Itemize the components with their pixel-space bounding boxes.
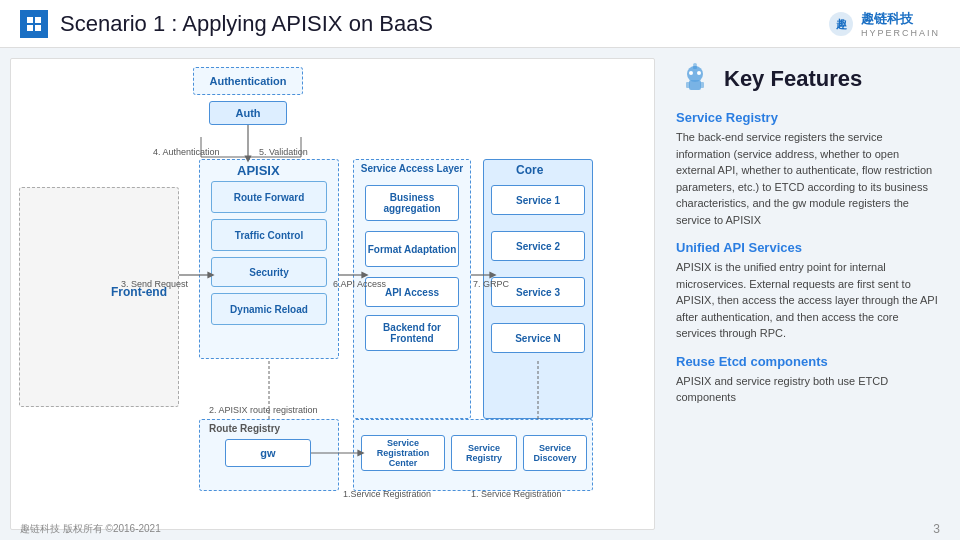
- business-aggregation-box: Business aggregation: [365, 185, 459, 221]
- sal-label: Service Access Layer: [359, 163, 465, 174]
- footer: 趣链科技 版权所有 ©2016-2021 3: [0, 522, 960, 536]
- serviceN-box: Service N: [491, 323, 585, 353]
- svg-rect-27: [686, 82, 690, 88]
- key-features-title: Key Features: [724, 66, 862, 92]
- footer-copyright: 趣链科技 版权所有 ©2016-2021: [20, 522, 161, 536]
- diagram-area: Authentication Auth 4. Authentication 5.…: [10, 58, 655, 530]
- page-title: Scenario 1 : Applying APISIX on BaaS: [60, 11, 433, 37]
- service-registry-title: Service Registry: [676, 110, 939, 125]
- service-reg-center-box: Service Registration Center: [361, 435, 445, 471]
- apisix-label: APISIX: [237, 163, 280, 178]
- authentication-box: Authentication: [193, 67, 303, 95]
- auth-box: Auth: [209, 101, 287, 125]
- unified-api-title: Unified API Services: [676, 240, 939, 255]
- arrow1-label: 1.Service Registration: [343, 489, 431, 499]
- service-registry-text: The back-end service registers the servi…: [676, 129, 939, 228]
- core-label: Core: [516, 163, 543, 177]
- arrow6-label: 6.API Access: [333, 279, 386, 289]
- right-panel: Key Features Service Registry The back-e…: [660, 48, 955, 540]
- backend-frontend-box: Backend for Frontend: [365, 315, 459, 351]
- logo-text: 趣链科技: [861, 11, 913, 26]
- arrow4-label: 4. Authentication: [153, 147, 220, 157]
- header-icon: [20, 10, 48, 38]
- format-adaptation-box: Format Adaptation: [365, 231, 459, 267]
- service-discovery-box: Service Discovery: [523, 435, 587, 471]
- robot-icon: [676, 60, 714, 98]
- arrow1b-label: 1. Service Registration: [471, 489, 562, 499]
- svg-point-32: [693, 63, 697, 67]
- route-forward-box: Route Forward: [211, 181, 327, 213]
- arrow3-label: 3. Send Request: [121, 279, 188, 289]
- reuse-etcd-section: Reuse Etcd components APISIX and service…: [676, 354, 939, 406]
- svg-rect-0: [27, 17, 33, 23]
- key-features-header: Key Features: [676, 60, 939, 98]
- svg-rect-3: [35, 25, 41, 31]
- svg-rect-2: [27, 25, 33, 31]
- arrow2-label: 2. APISIX route registration: [209, 405, 318, 415]
- logo-subtext: HYPERCHAIN: [861, 28, 940, 38]
- traffic-control-box: Traffic Control: [211, 219, 327, 251]
- footer-page-number: 3: [933, 522, 940, 536]
- service-registry-section: Service Registry The back-end service re…: [676, 110, 939, 228]
- svg-rect-26: [689, 80, 701, 90]
- svg-rect-1: [35, 17, 41, 23]
- dynamic-reload-box: Dynamic Reload: [211, 293, 327, 325]
- unified-api-text: APISIX is the unified entry point for in…: [676, 259, 939, 342]
- reuse-etcd-text: APISIX and service registry both use ETC…: [676, 373, 939, 406]
- gw-box: gw: [225, 439, 311, 467]
- service2-box: Service 2: [491, 231, 585, 261]
- svg-point-29: [689, 71, 693, 75]
- logo: 趣 趣链科技 HYPERCHAIN: [827, 9, 940, 38]
- service-registry-box: Service Registry: [451, 435, 517, 471]
- main-content: Authentication Auth 4. Authentication 5.…: [0, 48, 960, 540]
- header: Scenario 1 : Applying APISIX on BaaS 趣 趣…: [0, 0, 960, 48]
- title-main: Scenario 1: [60, 11, 165, 36]
- reuse-etcd-title: Reuse Etcd components: [676, 354, 939, 369]
- security-box: Security: [211, 257, 327, 287]
- title-sub: : Applying APISIX on BaaS: [171, 11, 433, 36]
- arrow7-label: 7. GRPC: [473, 279, 509, 289]
- svg-text:趣: 趣: [834, 18, 846, 30]
- arrow5-label: 5. Validation: [259, 147, 308, 157]
- service1-box: Service 1: [491, 185, 585, 215]
- route-registry-label: Route Registry: [209, 423, 280, 434]
- svg-point-30: [697, 71, 701, 75]
- unified-api-section: Unified API Services APISIX is the unifi…: [676, 240, 939, 342]
- svg-rect-28: [700, 82, 704, 88]
